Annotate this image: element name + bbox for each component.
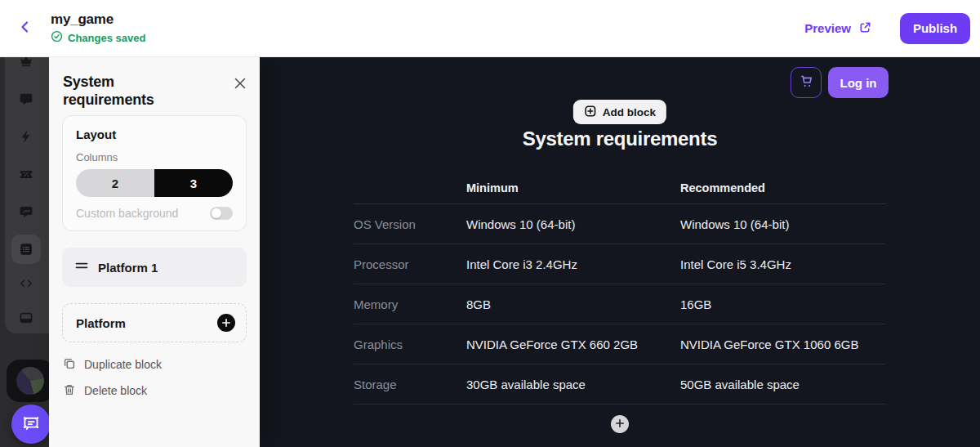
platform-item[interactable]: Platform 1: [62, 248, 247, 287]
delete-block-button[interactable]: Delete block: [63, 382, 147, 400]
row-label: Storage: [354, 378, 466, 391]
row-minimum-value: NVIDIA GeForce GTX 660 2GB: [466, 337, 680, 351]
table-row-graphics: Graphics NVIDIA GeForce GTX 660 2GB NVID…: [354, 324, 886, 364]
save-status: Changes saved: [51, 30, 145, 46]
layout-card: Layout Columns 2 3 Custom background: [62, 115, 247, 231]
row-label: OS Version: [354, 217, 466, 231]
layout-card-title: Layout: [76, 127, 233, 141]
embed-code-icon: [19, 276, 33, 291]
row-recommended-value: Windows 10 (64-bit): [680, 217, 886, 231]
back-button[interactable]: [13, 16, 38, 41]
columns-label: Columns: [76, 151, 233, 163]
columns-option-2[interactable]: 2: [76, 169, 154, 197]
sidebar-item-coupons[interactable]: [11, 159, 41, 189]
custom-background-row: Custom background: [76, 207, 233, 220]
login-button[interactable]: Log in: [828, 67, 889, 98]
save-status-label: Changes saved: [68, 32, 145, 44]
editor-window: my_game Changes saved Preview Publish: [0, 0, 980, 447]
blocks-icon: [19, 242, 33, 257]
platform-item-label: Platform 1: [98, 261, 158, 275]
table-row-memory: Memory 8GB 16GB: [354, 284, 886, 324]
duplicate-icon: [63, 357, 76, 373]
preview-label: Preview: [804, 21, 851, 35]
toggle-knob: [212, 208, 221, 218]
top-bar: my_game Changes saved Preview Publish: [0, 0, 980, 57]
row-minimum-value: 8GB: [466, 297, 680, 311]
row-recommended-value: Intel Core i5 3.4GHz: [680, 257, 886, 271]
chevron-left-icon: [18, 20, 33, 37]
publish-button[interactable]: Publish: [900, 13, 970, 44]
plus-icon: [217, 314, 235, 332]
row-minimum-value: Windows 10 (64-bit): [466, 217, 680, 231]
row-label: Graphics: [354, 337, 466, 351]
panel-title: System requirements: [63, 73, 194, 109]
columns-option-3-selected[interactable]: 3: [154, 169, 233, 197]
trash-icon: [63, 383, 76, 399]
ticket-icon: [19, 167, 33, 181]
comments-icon: [19, 204, 33, 219]
custom-background-label: Custom background: [76, 207, 178, 220]
add-platform-button[interactable]: Platform: [62, 303, 247, 342]
game-page-preview: Log in Add block System requirements Min…: [260, 57, 980, 447]
settings-panel: System requirements Layout Columns 2 3 C…: [49, 57, 260, 447]
table-row-processor: Processor Intel Core i3 2.4GHz Intel Cor…: [354, 244, 886, 284]
row-recommended-value: 16GB: [680, 297, 886, 311]
boost-icon: [19, 129, 33, 144]
close-panel-button[interactable]: [230, 74, 250, 94]
delete-block-label: Delete block: [84, 384, 147, 397]
sidebar-rail: [0, 57, 49, 447]
duplicate-block-button[interactable]: Duplicate block: [63, 355, 162, 373]
cart-icon: [799, 74, 814, 92]
user-avatar-box[interactable]: [7, 360, 49, 402]
page-title: my_game: [51, 11, 145, 28]
row-minimum-value: Intel Core i3 2.4GHz: [466, 257, 680, 271]
close-icon: [232, 75, 248, 94]
chat-widget-icon: [20, 413, 42, 436]
shop-icon: [19, 57, 33, 69]
add-block-label: Add block: [603, 106, 656, 118]
table-row-os-version: OS Version Windows 10 (64-bit) Windows 1…: [354, 204, 886, 244]
check-circle-icon: [51, 30, 63, 46]
add-row-button[interactable]: [611, 415, 629, 433]
avatar: [16, 367, 44, 395]
plus-square-icon: [584, 105, 597, 120]
row-label: Memory: [354, 297, 466, 311]
sidebar-item-pages[interactable]: [11, 303, 41, 333]
chat-bubble-icon: [19, 92, 33, 106]
sidebar-item-blocks[interactable]: [11, 235, 41, 264]
sidebar-item-boost[interactable]: [11, 122, 41, 151]
column-header-minimum: Minimum: [466, 181, 680, 194]
sidebar-item-embed[interactable]: [11, 269, 41, 298]
title-block: my_game Changes saved: [51, 11, 145, 46]
cart-button[interactable]: [791, 67, 822, 98]
requirements-table: Minimum Recommended OS Version Windows 1…: [354, 172, 886, 405]
table-row-storage: Storage 30GB available space 50GB availa…: [354, 364, 886, 405]
preview-link[interactable]: Preview: [804, 20, 872, 37]
sidebar-item-shop[interactable]: [11, 57, 41, 76]
sidebar-item-chat[interactable]: [11, 84, 41, 114]
sidebar-item-comments[interactable]: [11, 197, 41, 226]
plus-icon: [615, 418, 625, 431]
drag-handle-icon: [75, 259, 88, 275]
add-block-button[interactable]: Add block: [573, 100, 666, 124]
row-label: Processor: [354, 257, 466, 271]
duplicate-block-label: Duplicate block: [84, 358, 162, 371]
add-platform-label: Platform: [76, 316, 126, 330]
row-minimum-value: 30GB available space: [466, 378, 680, 391]
external-link-icon: [858, 20, 872, 37]
row-recommended-value: 50GB available space: [680, 378, 886, 391]
chat-widget-button[interactable]: [11, 405, 49, 444]
row-recommended-value: NVIDIA GeForce GTX 1060 6GB: [680, 337, 886, 351]
custom-background-toggle[interactable]: [210, 207, 233, 220]
top-bar-actions: Preview Publish: [804, 13, 970, 44]
section-heading: System requirements: [260, 127, 980, 150]
columns-segmented-control: 2 3: [76, 169, 233, 197]
column-header-recommended: Recommended: [680, 181, 886, 194]
table-header-row: Minimum Recommended: [354, 172, 886, 204]
pages-icon: [19, 311, 33, 325]
